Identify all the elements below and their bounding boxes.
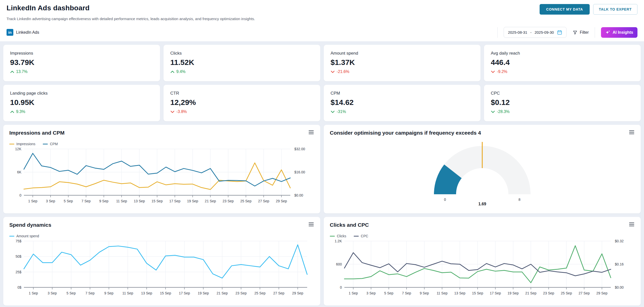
- svg-text:21 Sep: 21 Sep: [525, 291, 537, 295]
- chart-card-spend-dynamics: Spend dynamics Amount spend 0$25$50$75$1…: [3, 217, 320, 305]
- svg-text:1 Sep: 1 Sep: [29, 291, 38, 295]
- svg-text:27 Sep: 27 Sep: [258, 199, 269, 203]
- filter-button[interactable]: Filter: [573, 30, 589, 35]
- funnel-icon: [573, 30, 578, 35]
- svg-text:9 Sep: 9 Sep: [99, 199, 108, 203]
- linkedin-icon: in: [7, 29, 13, 36]
- trend-arrow-icon: [170, 110, 175, 113]
- connect-my-data-button[interactable]: CONNECT MY DATA: [540, 4, 590, 15]
- chart-menu-icon[interactable]: [629, 130, 634, 134]
- svg-text:9 Sep: 9 Sep: [104, 291, 114, 295]
- trend-arrow-icon: [331, 110, 335, 113]
- line-chart-clicks-cpc: 06001.2K$0.00$0.16$0.321 Sep3 Sep5 Sep7 …: [330, 238, 635, 298]
- source-label: LinkedIn Ads: [16, 30, 39, 35]
- svg-text:7 Sep: 7 Sep: [402, 291, 411, 295]
- chart-title: Clicks and CPC: [330, 222, 635, 228]
- kpi-delta: -28.3%: [491, 109, 634, 114]
- legend-swatch: [330, 236, 335, 237]
- header-actions: CONNECT MY DATA TALK TO EXPERT: [540, 4, 637, 15]
- chart-card-impressions-cpm: Impressions and CPM ImpressionsCPM 06K12…: [3, 125, 320, 213]
- ai-insights-label: AI Insights: [613, 30, 633, 35]
- svg-text:19 Sep: 19 Sep: [187, 199, 198, 203]
- kpi-label: Clicks: [170, 51, 313, 56]
- svg-text:3 Sep: 3 Sep: [367, 291, 376, 295]
- kpi-value: 11.52K: [170, 58, 313, 67]
- legend-swatch: [9, 236, 14, 237]
- filter-label: Filter: [580, 30, 589, 35]
- legend-swatch: [43, 144, 48, 144]
- kpi-delta: -9.2%: [491, 69, 634, 74]
- kpi-label: Avg daily reach: [491, 51, 634, 56]
- svg-text:21 Sep: 21 Sep: [217, 291, 228, 295]
- svg-text:75$: 75$: [16, 239, 22, 243]
- svg-text:6K: 6K: [17, 170, 22, 174]
- chart-menu-icon[interactable]: [309, 222, 314, 226]
- svg-text:15 Sep: 15 Sep: [160, 291, 171, 295]
- svg-text:5 Sep: 5 Sep: [384, 291, 393, 295]
- svg-text:3 Sep: 3 Sep: [46, 199, 55, 203]
- svg-text:17 Sep: 17 Sep: [179, 291, 190, 295]
- date-range-picker[interactable]: 2025-08-31 - 2025-09-30: [504, 27, 566, 38]
- svg-text:7 Sep: 7 Sep: [82, 199, 91, 203]
- svg-text:1 Sep: 1 Sep: [28, 199, 37, 203]
- line-chart-impressions-cpm: 06K12K$0.00$16.00$32.001 Sep3 Sep5 Sep7 …: [9, 146, 314, 206]
- svg-text:1 Sep: 1 Sep: [349, 291, 358, 295]
- svg-text:19 Sep: 19 Sep: [508, 291, 519, 295]
- kpi-label: CTR: [170, 91, 313, 96]
- kpi-card: CPM $14.62 -31%: [324, 85, 480, 121]
- svg-text:$0.16: $0.16: [615, 262, 624, 266]
- svg-text:0: 0: [444, 198, 446, 202]
- svg-text:27 Sep: 27 Sep: [579, 291, 590, 295]
- legend-item-impressions: Impressions: [9, 142, 35, 146]
- trend-arrow-icon: [491, 70, 495, 73]
- kpi-delta-value: -9.2%: [497, 69, 507, 74]
- ai-insights-button[interactable]: AI Insights: [601, 27, 637, 38]
- svg-text:23 Sep: 23 Sep: [543, 291, 554, 295]
- svg-text:1.2K: 1.2K: [335, 239, 342, 243]
- legend-label: CPC: [361, 234, 368, 238]
- svg-text:600: 600: [336, 262, 342, 266]
- svg-text:11 Sep: 11 Sep: [122, 291, 133, 295]
- kpi-value: 10.95K: [10, 98, 153, 107]
- kpi-delta-value: -21.6%: [337, 69, 349, 74]
- svg-text:0: 0: [340, 285, 342, 289]
- date-separator: -: [530, 30, 532, 34]
- kpi-delta-value: -31%: [337, 109, 346, 114]
- kpi-value: 446.4: [491, 58, 634, 67]
- talk-to-expert-button[interactable]: TALK TO EXPERT: [593, 4, 637, 15]
- kpi-delta-value: 9.4%: [176, 69, 185, 74]
- kpi-card: Amount spend $1.37K -21.6%: [324, 45, 480, 81]
- kpi-card: Avg daily reach 446.4 -9.2%: [484, 45, 641, 81]
- kpi-value: $14.62: [331, 98, 474, 107]
- kpi-delta-value: 13.7%: [16, 69, 27, 74]
- dashboard-content: Impressions 93.79K 13.7% Clicks 11.52K 9…: [0, 41, 644, 307]
- svg-text:$0.32: $0.32: [615, 239, 624, 243]
- legend-swatch: [9, 144, 14, 144]
- kpi-label: CPC: [491, 91, 634, 96]
- svg-text:13 Sep: 13 Sep: [134, 199, 145, 203]
- legend-label: Impressions: [16, 142, 35, 146]
- chart-card-frequency-gauge: Consider optimising your campaigns if fr…: [324, 125, 641, 213]
- svg-text:29 Sep: 29 Sep: [292, 291, 303, 295]
- charts-row-1: Impressions and CPM ImpressionsCPM 06K12…: [3, 125, 641, 213]
- svg-text:$0.00: $0.00: [615, 285, 624, 289]
- trend-arrow-icon: [170, 70, 175, 73]
- svg-text:$32.00: $32.00: [294, 147, 305, 151]
- kpi-card: Landing page clicks 10.95K 9.3%: [3, 85, 160, 121]
- svg-text:17 Sep: 17 Sep: [490, 291, 501, 295]
- kpi-card: Clicks 11.52K 9.4%: [164, 45, 320, 81]
- line-chart-spend: 0$25$50$75$1 Sep3 Sep5 Sep7 Sep9 Sep11 S…: [9, 238, 314, 298]
- svg-text:25 Sep: 25 Sep: [254, 291, 266, 295]
- chart-legend: ClicksCPC: [330, 234, 635, 238]
- chart-menu-icon[interactable]: [309, 130, 314, 134]
- svg-text:50$: 50$: [16, 254, 22, 258]
- svg-text:8: 8: [518, 198, 520, 202]
- legend-item-cpm: CPM: [43, 142, 58, 146]
- chart-menu-icon[interactable]: [629, 222, 634, 226]
- kpi-delta: 13.7%: [10, 69, 153, 74]
- page-title: LinkedIn Ads dashboard: [7, 4, 90, 12]
- chart-title: Impressions and CPM: [9, 130, 314, 136]
- svg-text:25 Sep: 25 Sep: [561, 291, 572, 295]
- svg-text:21 Sep: 21 Sep: [205, 199, 216, 203]
- kpi-delta: -21.6%: [331, 69, 474, 74]
